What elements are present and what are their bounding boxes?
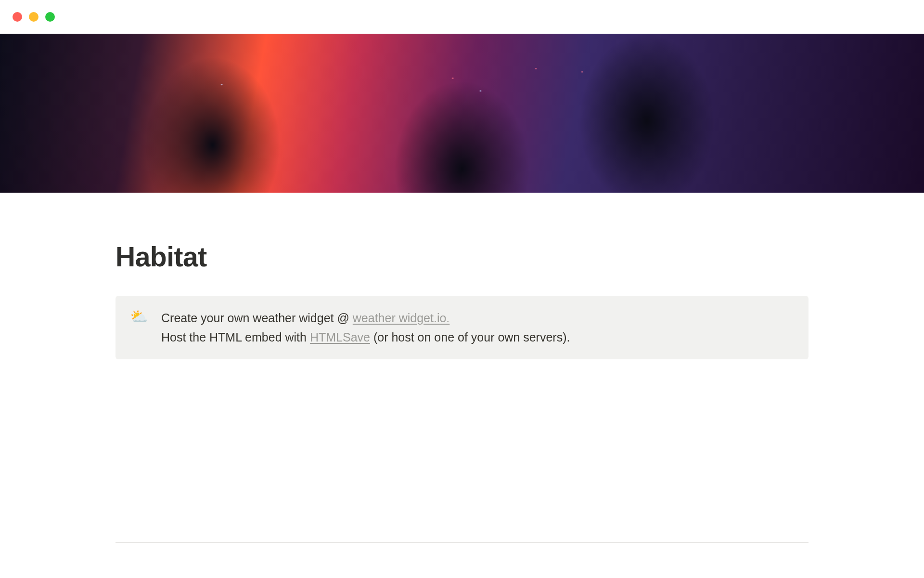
window: Habitat ⛅ Create your own weather widget… [0,0,924,578]
weather-icon[interactable]: ⛅ [130,309,148,324]
divider [116,542,808,543]
titlebar [0,0,924,34]
callout-text: Create your own weather widget @ [161,311,353,325]
window-zoom-button[interactable] [45,12,55,22]
htmlsave-link[interactable]: HTMLSave [310,330,370,344]
callout-body[interactable]: Create your own weather widget @ weather… [161,308,570,347]
weather-widget-link[interactable]: weather widget.io. [353,311,450,325]
page-content: Habitat ⛅ Create your own weather widget… [116,193,808,543]
window-minimize-button[interactable] [29,12,38,22]
callout-text: (or host on one of your own servers). [370,330,570,344]
page-title[interactable]: Habitat [116,241,808,273]
window-close-button[interactable] [13,12,22,22]
callout-block[interactable]: ⛅ Create your own weather widget @ weath… [116,296,808,359]
callout-text: Host the HTML embed with [161,330,310,344]
page-cover-image[interactable] [0,34,924,193]
